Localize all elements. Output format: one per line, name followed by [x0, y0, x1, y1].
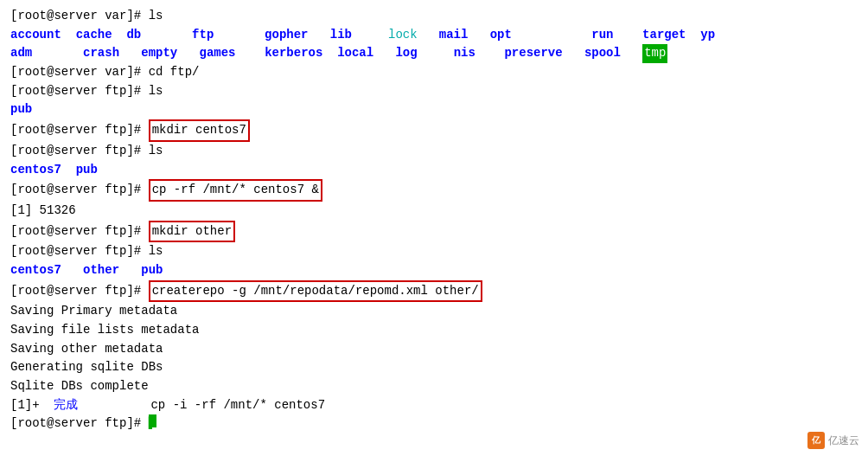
sp — [512, 26, 591, 45]
ls-cache: cache — [76, 26, 112, 45]
cmd-mkdir-other: mkdir other — [149, 221, 235, 243]
sp — [352, 26, 388, 45]
line-15: [root@server ftp]# createrepo -g /mnt/re… — [10, 280, 858, 303]
ls-adm: adm — [10, 44, 32, 63]
sp — [322, 44, 337, 63]
ls-centos7-1: centos7 — [10, 161, 61, 180]
cmd-cp-centos7: cp -rf /mnt/* centos7 & — [149, 179, 322, 202]
ls-mail: mail — [439, 26, 469, 45]
line-13: [root@server ftp]# ls — [10, 242, 858, 261]
watermark-logo: 亿 — [807, 432, 825, 449]
sp — [686, 26, 701, 45]
ls-log: log — [395, 44, 417, 63]
line-6: pub — [10, 100, 858, 119]
line-16: Saving Primary metadata — [10, 302, 858, 321]
ls-local: local — [337, 44, 373, 63]
line-12: [root@server ftp]# mkdir other — [10, 221, 858, 243]
ls-spool: spool — [584, 44, 621, 63]
ls-empty: empty — [141, 44, 177, 63]
line-18: Saving other metadata — [10, 340, 858, 359]
sp — [468, 26, 489, 45]
line-11: [1] 51326 — [10, 202, 858, 221]
sp — [61, 161, 76, 180]
prompt-15: [root@server ftp]# — [10, 282, 149, 301]
line-1: [root@server var]# ls — [10, 7, 858, 26]
ls-account: account — [10, 26, 61, 45]
sp — [61, 26, 76, 45]
cmd-8: ls — [149, 142, 163, 161]
sp — [563, 44, 584, 63]
sp — [418, 44, 454, 63]
sp — [32, 44, 83, 63]
line-19: Generating sqlite DBs — [10, 358, 858, 377]
ls-gopher: gopher — [265, 26, 308, 45]
output-completion-bracket: [1]+ — [10, 396, 54, 415]
sp — [418, 26, 439, 45]
output-saving-other: Saving other metadata — [10, 340, 163, 359]
line-5: [root@server ftp]# ls — [10, 82, 858, 101]
line-9: centos7 pub — [10, 161, 858, 180]
ls-ftp: ftp — [192, 26, 214, 45]
cursor: ▌ — [149, 414, 156, 427]
sp — [373, 44, 395, 63]
sp — [61, 261, 83, 280]
sp — [119, 44, 141, 63]
cmd-mkdir-centos7: mkdir centos7 — [149, 119, 250, 142]
watermark: 亿 亿速云 — [807, 432, 859, 449]
ls-lib: lib — [330, 26, 352, 45]
ls-tmp: tmp — [642, 44, 667, 63]
cmd-5: ls — [149, 82, 163, 101]
line-14: centos7 other pub — [10, 261, 858, 280]
prompt-4: [root@server var]# — [10, 63, 149, 82]
line-21: [1]+ 完成 cp -i -rf /mnt/* centos7 — [10, 396, 858, 415]
sp — [236, 44, 265, 63]
cmd-13: ls — [149, 242, 163, 261]
ls-run: run — [591, 26, 613, 45]
prompt-22: [root@server ftp]# — [10, 414, 149, 434]
cmd-createrepo: createrepo -g /mnt/repodata/repomd.xml o… — [149, 280, 482, 303]
output-pub-1: pub — [10, 100, 32, 119]
line-7: [root@server ftp]# mkdir centos7 — [10, 119, 858, 142]
line-17: Saving file lists metadata — [10, 321, 858, 340]
output-completion-spaces — [78, 396, 150, 415]
ls-opt: opt — [490, 26, 512, 45]
output-completion-cmd: cp -i -rf /mnt/* centos7 — [150, 396, 325, 415]
line-10: [root@server ftp]# cp -rf /mnt/* centos7… — [10, 179, 858, 202]
ls-crash: crash — [83, 44, 119, 63]
ls-other: other — [83, 261, 119, 280]
prompt-8: [root@server ftp]# — [10, 142, 149, 161]
ls-pub-1: pub — [76, 161, 98, 180]
prompt-1: [root@server var]# — [10, 7, 149, 26]
line-4: [root@server var]# cd ftp/ — [10, 63, 858, 82]
ls-centos7-2: centos7 — [10, 261, 61, 280]
ls-yp: yp — [700, 26, 715, 45]
ls-pub-2: pub — [141, 261, 163, 280]
line-3: adm crash empty games kerberos local log… — [10, 44, 858, 63]
sp — [309, 26, 330, 45]
watermark-text: 亿速云 — [828, 434, 859, 448]
prompt-7: [root@server ftp]# — [10, 121, 149, 140]
ls-preserve: preserve — [504, 44, 562, 63]
ls-db: db — [126, 26, 141, 45]
prompt-12: [root@server ftp]# — [10, 222, 149, 241]
terminal: [root@server var]# ls account cache db f… — [10, 7, 858, 434]
output-generating: Generating sqlite DBs — [10, 358, 163, 377]
sp — [112, 26, 127, 45]
sp — [177, 44, 199, 63]
prompt-5: [root@server ftp]# — [10, 82, 149, 101]
sp — [141, 26, 192, 45]
sp — [614, 26, 643, 45]
line-8: [root@server ftp]# ls — [10, 142, 858, 161]
ls-games: games — [200, 44, 236, 63]
cmd-1: ls — [149, 7, 163, 26]
sp — [475, 44, 505, 63]
ls-kerberos: kerberos — [265, 44, 322, 63]
sp — [119, 261, 141, 280]
ls-lock: lock — [388, 26, 418, 45]
output-saving-primary: Saving Primary metadata — [10, 302, 177, 321]
output-saving-file: Saving file lists metadata — [10, 321, 199, 340]
prompt-13: [root@server ftp]# — [10, 242, 149, 261]
output-sqlite-complete: Sqlite DBs complete — [10, 377, 149, 396]
prompt-10: [root@server ftp]# — [10, 181, 149, 200]
sp — [621, 44, 642, 63]
